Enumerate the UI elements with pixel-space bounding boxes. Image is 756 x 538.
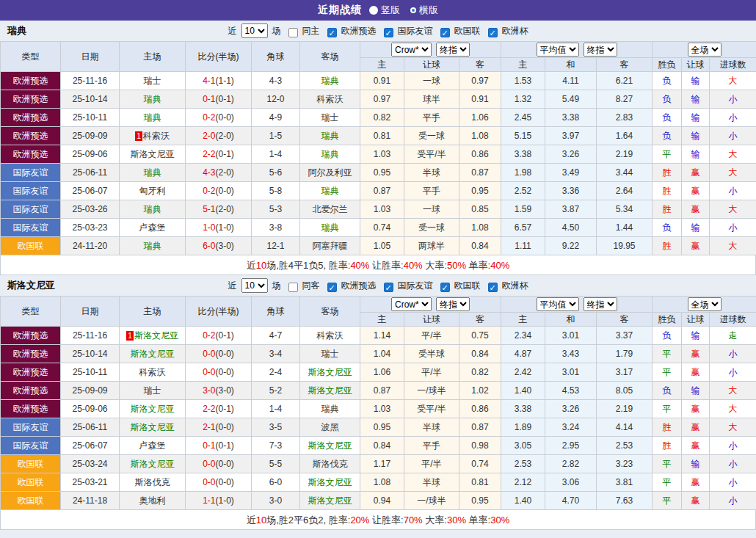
- avg-home: 2.45: [501, 109, 545, 127]
- result-handicap: 赢: [682, 473, 710, 492]
- handicap-line: 一球: [404, 200, 459, 219]
- avg-select[interactable]: 平均值: [537, 297, 579, 311]
- scope-select[interactable]: 全场: [688, 297, 722, 311]
- competition-checkbox-3[interactable]: ✓: [488, 283, 498, 292]
- result-handicap: 赢: [682, 345, 710, 363]
- horizontal-view-option[interactable]: 横版: [410, 4, 438, 17]
- avg-final-select[interactable]: 终指: [584, 43, 617, 57]
- competition-checkbox-1[interactable]: ✓: [384, 28, 393, 37]
- handicap-line: 半球: [404, 418, 459, 437]
- match-date: 25-10-11: [61, 363, 120, 382]
- result-wdl: 胜: [653, 237, 682, 255]
- result-wdl: 负: [653, 327, 682, 345]
- radio-checked-icon[interactable]: [410, 7, 416, 13]
- result-wdl: 平: [653, 145, 682, 164]
- home-team: 斯洛文尼亚: [120, 345, 186, 363]
- result-handicap: 赢: [682, 492, 710, 510]
- full-time-score: 4-1: [203, 76, 215, 86]
- full-time-score: 3-0: [203, 385, 215, 396]
- match-count-select[interactable]: 10: [241, 23, 268, 38]
- section-filter-bar: 瑞典近10场同主✓欧洲预选✓国际友谊✓欧国联✓欧洲杯: [0, 21, 756, 41]
- odds-final-select[interactable]: 终指: [436, 297, 470, 311]
- avg-home: 4.87: [501, 345, 545, 363]
- avg-away: 1.64: [597, 127, 653, 145]
- same-venue-checkbox[interactable]: [288, 28, 298, 37]
- radio-unchecked-icon[interactable]: [369, 6, 378, 15]
- odds-source-select[interactable]: Crow*: [391, 43, 432, 57]
- odds-final-select[interactable]: 终指: [436, 43, 470, 57]
- league-type-badge: 欧洲预选: [1, 72, 61, 90]
- avg-away: 19.95: [597, 237, 653, 255]
- score-cell: 0-0(0-0): [186, 363, 252, 382]
- competition-checkbox-0[interactable]: ✓: [327, 28, 337, 37]
- handicap-line: 平手: [404, 437, 459, 455]
- competition-checkbox-1[interactable]: ✓: [384, 283, 393, 292]
- half-time-score: (0-1): [216, 440, 234, 451]
- half-time-score: (0-0): [216, 459, 234, 469]
- full-time-score: 2-2: [203, 404, 215, 414]
- result-wdl: 负: [653, 219, 682, 237]
- half-time-score: (0-0): [216, 367, 234, 377]
- corner-score: 3-5: [252, 418, 300, 437]
- home-team: 瑞士: [120, 382, 186, 400]
- away-team-name: 科索沃: [317, 330, 344, 341]
- corner-score: 5-5: [252, 455, 300, 473]
- col-header-home: 主场: [120, 42, 186, 72]
- away-team: 斯洛文尼亚: [300, 382, 360, 400]
- summary-segment: 大率:: [423, 260, 447, 271]
- match-date: 24-11-18: [61, 492, 120, 510]
- vertical-view-option[interactable]: 竖版: [369, 4, 400, 17]
- handicap-line: 受一球: [404, 219, 459, 237]
- result-wdl-value: 负: [663, 131, 672, 141]
- competition-label-3: 欧洲杯: [502, 280, 528, 292]
- result-handicap-value: 赢: [691, 477, 700, 487]
- result-wdl-value: 负: [663, 330, 672, 341]
- col-header-away: 客场: [300, 42, 360, 72]
- summary-segment: 40%: [350, 260, 369, 271]
- away-team-name: 北爱尔兰: [313, 204, 348, 214]
- result-goals-value: 小: [729, 367, 738, 377]
- away-team: 瑞士: [300, 109, 360, 127]
- avg-select[interactable]: 平均值: [537, 43, 579, 57]
- away-team-name: 斯洛文尼亚: [308, 495, 352, 506]
- competition-checkbox-0[interactable]: ✓: [327, 283, 337, 292]
- corner-score: 4-7: [252, 327, 300, 345]
- handicap-line: 平/半: [404, 363, 459, 382]
- result-wdl-value: 负: [663, 76, 672, 86]
- result-wdl-value: 胜: [663, 186, 672, 196]
- result-wdl-value: 负: [663, 94, 672, 104]
- avg-draw: 3.26: [545, 400, 597, 418]
- result-handicap-value: 输: [691, 222, 700, 233]
- result-goals: 小: [710, 437, 756, 455]
- section-title: 斯洛文尼亚: [7, 279, 55, 292]
- away-team-name: 斯洛伐克: [313, 459, 348, 469]
- result-goals: 小: [710, 109, 756, 127]
- competition-checkbox-3[interactable]: ✓: [488, 28, 498, 37]
- summary-segment: 单率:: [466, 260, 490, 271]
- same-venue-checkbox[interactable]: [288, 283, 298, 292]
- col-header-avg_d: 和: [545, 313, 597, 327]
- handicap-line: 平手: [404, 109, 459, 127]
- match-count-select[interactable]: 10: [241, 278, 268, 293]
- odds-home: 0.91: [360, 72, 404, 90]
- odds-source-select[interactable]: Crow*: [391, 297, 432, 311]
- result-goals-value: 小: [729, 495, 738, 506]
- avg-draw: 2.82: [545, 455, 597, 473]
- col-header-handicap: 让球: [404, 58, 459, 72]
- full-time-score: 0-1: [203, 440, 215, 451]
- avg-draw: 3.26: [545, 145, 597, 164]
- result-goals-value: 小: [729, 186, 738, 196]
- summary-segment: 让胜率:: [369, 260, 403, 271]
- competition-checkbox-2[interactable]: ✓: [440, 283, 450, 292]
- col-header-avg_a: 客: [597, 313, 653, 327]
- competition-checkbox-2[interactable]: ✓: [440, 28, 450, 37]
- avg-final-select[interactable]: 终指: [584, 297, 617, 311]
- score-cell: 2-1(0-0): [186, 418, 252, 437]
- scope-select[interactable]: 全场: [688, 43, 722, 57]
- away-team: 斯洛文尼亚: [300, 437, 360, 455]
- results-table: 类型日期主场比分(半场)角球客场Crow*终指平均值终指全场主让球客主和客胜负让…: [0, 296, 756, 510]
- score-cell: 2-2(0-1): [186, 400, 252, 418]
- result-handicap-value: 赢: [691, 404, 700, 414]
- summary-segment: 近: [247, 260, 256, 271]
- summary-segment: 场,胜2平6负2, 胜率:: [266, 515, 350, 526]
